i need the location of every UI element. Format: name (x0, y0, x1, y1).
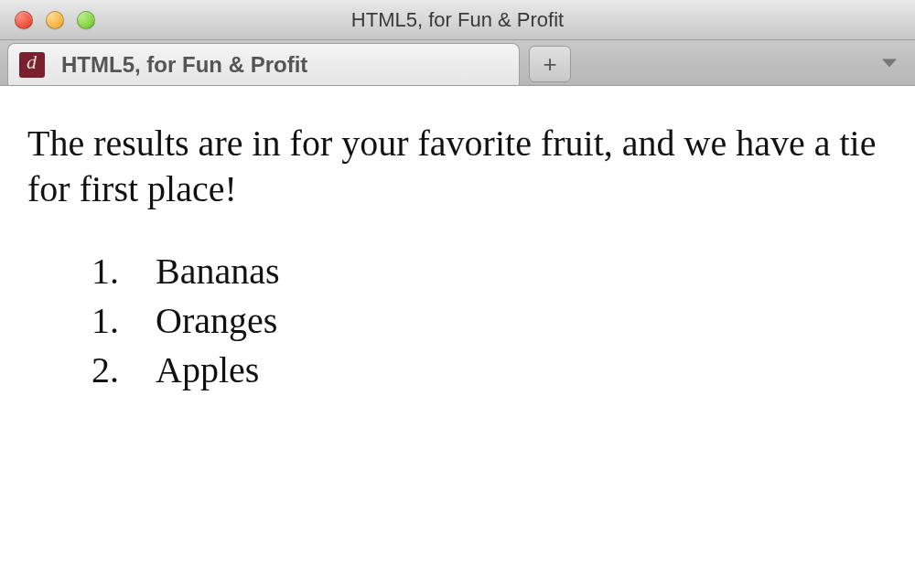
plus-icon: + (543, 50, 556, 79)
list-item: 2. Apples (92, 346, 888, 395)
list-item: 1. Oranges (92, 296, 888, 346)
window-title: HTML5, for Fun & Profit (0, 8, 915, 32)
list-marker: 2. (92, 346, 156, 395)
list-marker: 1. (92, 296, 156, 346)
results-list: 1. Bananas 1. Oranges 2. Apples (27, 247, 888, 395)
browser-tab-active[interactable]: HTML5, for Fun & Profit (7, 43, 520, 85)
list-item-text: Oranges (156, 296, 277, 346)
list-item: 1. Bananas (92, 247, 888, 296)
close-button[interactable] (15, 11, 33, 29)
minimize-button[interactable] (46, 11, 64, 29)
window-titlebar: HTML5, for Fun & Profit (0, 0, 915, 40)
tab-title: HTML5, for Fun & Profit (61, 52, 307, 78)
list-item-text: Bananas (156, 247, 280, 296)
list-marker: 1. (92, 247, 156, 296)
list-item-text: Apples (156, 346, 259, 395)
maximize-button[interactable] (77, 11, 95, 29)
intro-paragraph: The results are in for your favorite fru… (27, 121, 888, 212)
traffic-lights (0, 11, 95, 29)
tab-list-dropdown-icon[interactable] (882, 59, 897, 67)
new-tab-button[interactable]: + (529, 46, 571, 82)
page-content: The results are in for your favorite fru… (0, 86, 915, 430)
favicon-icon (19, 52, 45, 78)
tab-bar: HTML5, for Fun & Profit + (0, 40, 915, 86)
